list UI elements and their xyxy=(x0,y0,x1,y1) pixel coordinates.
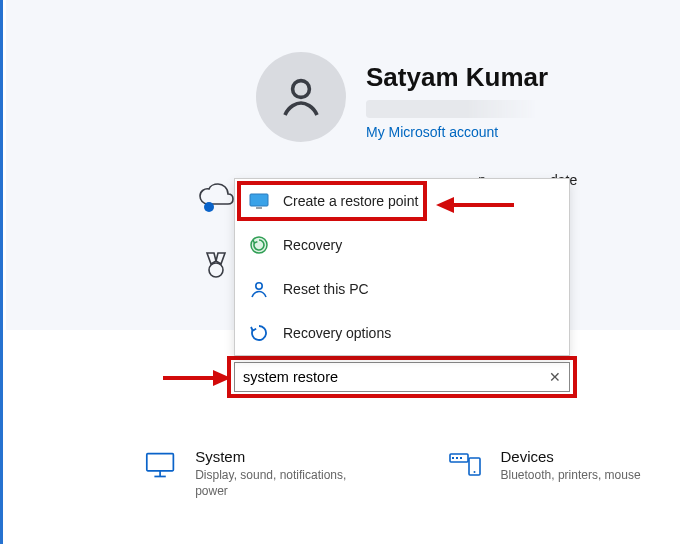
search-results-panel: Create a restore point Recovery Reset th… xyxy=(234,178,570,356)
user-name: Satyam Kumar xyxy=(366,62,548,93)
system-icon xyxy=(143,448,177,484)
result-create-restore-point[interactable]: Create a restore point xyxy=(235,179,569,223)
recovery-options-icon xyxy=(249,323,269,343)
svg-rect-11 xyxy=(147,454,174,471)
svg-point-2 xyxy=(209,263,223,277)
svg-point-1 xyxy=(204,202,214,212)
user-email-hidden xyxy=(366,100,536,118)
annotation-arrow-search xyxy=(161,368,231,392)
result-label: Create a restore point xyxy=(283,193,418,209)
svg-marker-10 xyxy=(213,370,231,386)
reset-icon xyxy=(249,279,269,299)
clear-search-button[interactable]: ✕ xyxy=(541,369,569,385)
rewards-icon xyxy=(201,250,235,284)
user-icon xyxy=(277,73,325,121)
result-recovery-options[interactable]: Recovery options xyxy=(235,311,569,355)
result-label: Recovery xyxy=(283,237,342,253)
settings-search-box[interactable]: ✕ xyxy=(234,362,570,392)
svg-rect-3 xyxy=(250,194,268,206)
category-row: System Display, sound, notifications, po… xyxy=(143,448,660,499)
svg-point-19 xyxy=(473,471,475,473)
my-microsoft-account-link[interactable]: My Microsoft account xyxy=(366,124,498,140)
result-label: Recovery options xyxy=(283,325,391,341)
monitor-icon xyxy=(249,191,269,211)
svg-rect-4 xyxy=(256,207,262,209)
search-input[interactable] xyxy=(235,363,541,391)
result-recovery[interactable]: Recovery xyxy=(235,223,569,267)
svg-point-0 xyxy=(293,81,310,98)
recovery-icon xyxy=(249,235,269,255)
devices-icon xyxy=(447,448,483,484)
category-desc: Display, sound, notifications, power xyxy=(195,467,356,499)
category-desc: Bluetooth, printers, mouse xyxy=(501,467,641,483)
category-title: System xyxy=(195,448,356,465)
svg-rect-17 xyxy=(460,457,462,459)
svg-rect-16 xyxy=(456,457,458,459)
category-title: Devices xyxy=(501,448,641,465)
result-reset-pc[interactable]: Reset this PC xyxy=(235,267,569,311)
svg-rect-15 xyxy=(452,457,454,459)
result-label: Reset this PC xyxy=(283,281,369,297)
svg-point-6 xyxy=(256,283,262,289)
onedrive-icon xyxy=(196,182,236,212)
avatar xyxy=(256,52,346,142)
category-system[interactable]: System Display, sound, notifications, po… xyxy=(143,448,357,499)
category-devices[interactable]: Devices Bluetooth, printers, mouse xyxy=(447,448,661,499)
